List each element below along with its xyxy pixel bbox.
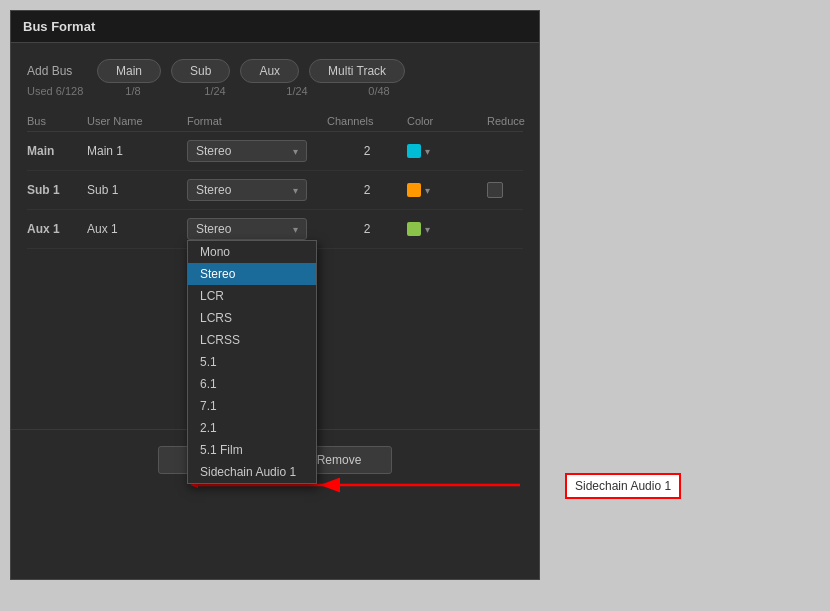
sub-used: 1/24	[179, 85, 251, 97]
col-color: Color	[407, 115, 487, 127]
dropdown-item-51[interactable]: 5.1	[188, 351, 316, 373]
format-value-aux: Stereo	[196, 222, 231, 236]
format-select-sub[interactable]: Stereo ▾	[187, 179, 307, 201]
main-used: 1/8	[97, 85, 169, 97]
format-select-aux[interactable]: Stereo ▾	[187, 218, 307, 240]
col-username: User Name	[87, 115, 187, 127]
format-value-main: Stereo	[196, 144, 231, 158]
reduce-checkbox-sub[interactable]	[487, 182, 503, 198]
multitrack-bus-button[interactable]: Multi Track	[309, 59, 405, 83]
aux-used: 1/24	[261, 85, 333, 97]
dropdown-item-lcrs[interactable]: LCRS	[188, 307, 316, 329]
format-select-main[interactable]: Stereo ▾	[187, 140, 307, 162]
chevron-down-icon: ▾	[293, 224, 298, 235]
color-chevron-icon: ▾	[425, 185, 430, 196]
dropdown-item-lcr[interactable]: LCR	[188, 285, 316, 307]
format-dropdown-menu: Mono Stereo LCR LCRS LCRSS 5.1 6.1 7.1 2…	[187, 240, 317, 484]
chevron-down-icon: ▾	[293, 146, 298, 157]
main-bus-button[interactable]: Main	[97, 59, 161, 83]
color-cell-aux: ▾	[407, 222, 487, 236]
format-dropdown-container-aux: Stereo ▾ Mono Stereo LCR LCRS LCRSS 5.1 …	[187, 218, 327, 240]
table-row: Aux 1 Aux 1 Stereo ▾ Mono Stereo LCR LCR…	[27, 210, 523, 249]
bus-cell-sub: Sub 1	[27, 183, 87, 197]
table-row: Sub 1 Sub 1 Stereo ▾ 2 ▾	[27, 171, 523, 210]
dropdown-item-mono[interactable]: Mono	[188, 241, 316, 263]
multitrack-used: 0/48	[343, 85, 415, 97]
table-row: Main Main 1 Stereo ▾ 2 ▾	[27, 132, 523, 171]
dropdown-item-61[interactable]: 6.1	[188, 373, 316, 395]
dialog-title: Bus Format	[11, 11, 539, 43]
dropdown-item-71[interactable]: 7.1	[188, 395, 316, 417]
bus-format-dialog: Bus Format Add Bus Main Sub Aux Multi Tr…	[10, 10, 540, 580]
color-swatch-aux[interactable]	[407, 222, 421, 236]
chevron-down-icon: ▾	[293, 185, 298, 196]
color-cell-main: ▾	[407, 144, 487, 158]
annotation-label: Sidechain Audio 1	[565, 473, 681, 499]
bus-cell-main: Main	[27, 144, 87, 158]
color-chevron-icon: ▾	[425, 224, 430, 235]
dropdown-item-lcrss[interactable]: LCRSS	[188, 329, 316, 351]
color-swatch-main[interactable]	[407, 144, 421, 158]
dropdown-item-sidechain[interactable]: Sidechain Audio 1	[188, 461, 316, 483]
bus-cell-aux: Aux 1	[27, 222, 87, 236]
sub-bus-button[interactable]: Sub	[171, 59, 230, 83]
dropdown-item-stereo[interactable]: Stereo	[188, 263, 316, 285]
color-swatch-sub[interactable]	[407, 183, 421, 197]
color-chevron-icon: ▾	[425, 146, 430, 157]
channels-aux: 2	[327, 222, 407, 236]
used-label: Used 6/128	[27, 85, 87, 97]
reduce-placeholder-aux	[487, 221, 503, 237]
col-reduce: Reduce	[487, 115, 547, 127]
aux-bus-button[interactable]: Aux	[240, 59, 299, 83]
table-header: Bus User Name Format Channels Color Redu…	[27, 111, 523, 132]
col-channels: Channels	[327, 115, 407, 127]
username-cell-sub: Sub 1	[87, 183, 187, 197]
color-cell-sub: ▾	[407, 183, 487, 197]
dropdown-item-51film[interactable]: 5.1 Film	[188, 439, 316, 461]
reduce-placeholder-main	[487, 143, 503, 159]
col-bus: Bus	[27, 115, 87, 127]
add-bus-label: Add Bus	[27, 64, 87, 78]
channels-main: 2	[327, 144, 407, 158]
dropdown-item-21[interactable]: 2.1	[188, 417, 316, 439]
channels-sub: 2	[327, 183, 407, 197]
col-format: Format	[187, 115, 327, 127]
username-cell-main: Main 1	[87, 144, 187, 158]
format-value-sub: Stereo	[196, 183, 231, 197]
username-cell-aux: Aux 1	[87, 222, 187, 236]
